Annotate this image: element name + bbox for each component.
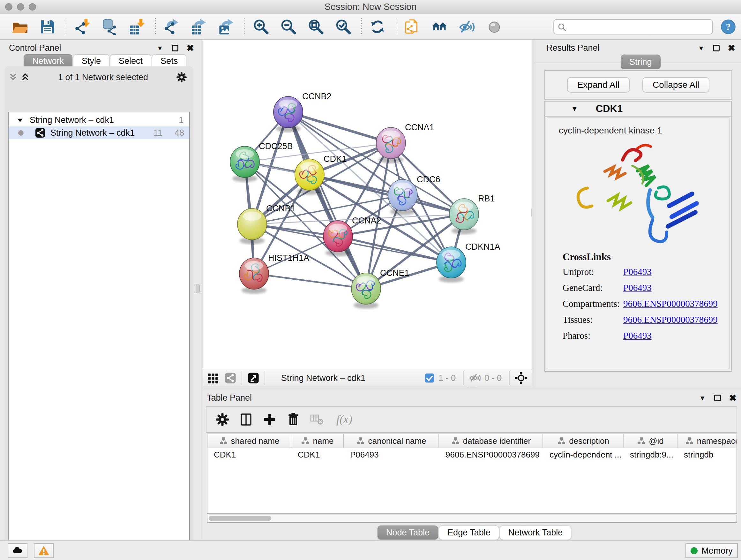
grid-view-icon[interactable] — [206, 371, 220, 385]
crosslink-link[interactable]: P06493 — [623, 283, 652, 293]
help-button[interactable]: ? — [721, 19, 736, 35]
column-header-canonical-name[interactable]: canonical name — [344, 434, 439, 448]
column-header-name[interactable]: name — [291, 434, 344, 448]
node-label-CCNA1: CCNA1 — [405, 123, 434, 132]
column-header-shared-name[interactable]: shared name — [207, 434, 291, 448]
control-panel-float-icon[interactable] — [172, 45, 179, 51]
export-image-button[interactable] — [215, 17, 238, 37]
title-bar: Session: New Session — [0, 0, 741, 14]
table-cell[interactable]: stringdb:9... — [623, 448, 677, 461]
apply-layout-button[interactable] — [366, 17, 389, 37]
memory-button[interactable]: Memory — [685, 543, 738, 558]
column-header-description[interactable]: description — [543, 434, 623, 448]
gene-section: ▼ CDK1 cyclin-dependent kinase 1 — [544, 101, 732, 372]
left-splitter-handle[interactable] — [196, 284, 200, 294]
maximize-window-icon[interactable] — [29, 3, 36, 10]
open-session-button[interactable] — [9, 17, 31, 37]
network-view-icon[interactable] — [224, 371, 237, 385]
export-network-button[interactable] — [160, 17, 183, 37]
table-cell[interactable]: CDK1 — [207, 448, 291, 461]
tab-node-table[interactable]: Node Table — [378, 525, 438, 540]
tab-network-table[interactable]: Network Table — [500, 525, 571, 540]
search-input[interactable] — [553, 19, 713, 35]
results-panel-close-icon[interactable]: ✖ — [728, 43, 735, 53]
column-header-database-identifier[interactable]: database identifier — [439, 434, 543, 448]
edge-CCNB2-CCNA1[interactable] — [288, 112, 391, 143]
network-options-gear-icon[interactable] — [176, 71, 188, 83]
show-all-button[interactable] — [483, 17, 506, 37]
node-RB1[interactable]: RB1 — [449, 194, 495, 234]
network-collection-row[interactable]: String Network – cdk1 1 — [9, 114, 189, 126]
warning-button[interactable] — [34, 543, 54, 558]
node-CDKN1A[interactable]: CDKN1A — [436, 242, 500, 283]
collapse-all-networks-icon[interactable] — [8, 72, 18, 83]
node-CCNE1[interactable]: CCNE1 — [351, 268, 409, 309]
table-cell[interactable]: P06493 — [344, 448, 439, 461]
tab-select[interactable]: Select — [110, 54, 151, 68]
zoom-in-button[interactable] — [250, 17, 272, 37]
show-columns-icon[interactable] — [239, 412, 254, 427]
scrollbar-thumb[interactable] — [209, 516, 271, 521]
crosslink-link[interactable]: 9606.ENSP00000378699 — [623, 314, 718, 325]
table-panel-float-icon[interactable] — [714, 395, 721, 401]
node-HIST1H1A[interactable]: HIST1H1A — [239, 253, 309, 294]
crosslink-link[interactable]: P06493 — [623, 330, 652, 341]
save-session-button[interactable] — [37, 17, 59, 37]
node-table[interactable]: shared namenamecanonical namedatabase id… — [207, 434, 737, 514]
table-options-gear-icon[interactable] — [215, 412, 230, 427]
gene-section-header[interactable]: ▼ CDK1 — [545, 102, 731, 117]
open-in-new-window-icon[interactable] — [247, 371, 260, 385]
table-cell[interactable]: stringdb — [677, 448, 737, 461]
tab-style[interactable]: Style — [73, 54, 110, 68]
minimize-window-icon[interactable] — [17, 3, 24, 10]
collapse-all-button[interactable]: Collapse All — [643, 77, 710, 92]
table-cell[interactable]: CDK1 — [291, 448, 344, 461]
crosslink-link[interactable]: 9606.ENSP00000378699 — [623, 299, 718, 309]
import-network-database-button[interactable] — [98, 17, 121, 37]
column-header-id[interactable]: @id — [623, 434, 677, 448]
collection-expand-icon[interactable] — [16, 116, 24, 125]
graphics-details-button[interactable] — [428, 17, 451, 37]
zoom-out-button[interactable] — [277, 17, 299, 37]
crosslink-link[interactable]: P06493 — [623, 266, 652, 277]
edge-HIST1H1A-CCNE1[interactable] — [254, 273, 366, 289]
node-CDC6[interactable]: CDC6 — [388, 175, 441, 215]
network-row-selected[interactable]: String Network – cdk1 11 48 — [9, 126, 189, 139]
network-view-canvas[interactable]: CCNB2 CCNA1 CDC25B CDK1 CDC6 RB1 CCNB1 — [203, 40, 532, 369]
table-panel-close-icon[interactable]: ✖ — [729, 393, 737, 403]
clone-network-button[interactable] — [401, 17, 423, 37]
cloud-button[interactable] — [8, 543, 27, 558]
import-network-file-button[interactable] — [71, 17, 93, 37]
close-window-icon[interactable] — [5, 3, 12, 10]
column-header-label: description — [569, 436, 609, 446]
tab-network[interactable]: Network — [23, 54, 72, 68]
tab-string[interactable]: String — [621, 55, 661, 69]
tab-edge-table[interactable]: Edge Table — [439, 525, 499, 540]
zoom-fit-button[interactable] — [305, 17, 327, 37]
node-CDK1[interactable]: CDK1 — [295, 154, 347, 195]
table-cell[interactable]: 9606.ENSP00000378699 — [439, 448, 543, 461]
table-cell[interactable]: cyclin-dependent ... — [543, 448, 623, 461]
zoom-selected-button[interactable] — [332, 17, 354, 37]
column-header-namespace[interactable]: namespace — [677, 434, 737, 448]
gene-collapse-icon[interactable]: ▼ — [571, 105, 578, 113]
expand-all-button[interactable]: Expand All — [567, 77, 630, 92]
birds-eye-view-icon[interactable] — [515, 371, 528, 385]
export-table-button[interactable] — [188, 17, 210, 37]
window-controls[interactable] — [5, 3, 36, 10]
table-panel-menu-icon[interactable]: ▼ — [699, 394, 706, 402]
expand-all-networks-icon[interactable] — [20, 72, 30, 83]
tab-sets[interactable]: Sets — [152, 54, 186, 68]
results-panel-menu-icon[interactable]: ▼ — [698, 44, 704, 52]
control-panel-menu-icon[interactable]: ▼ — [157, 44, 163, 52]
results-panel-float-icon[interactable] — [713, 45, 720, 51]
node-CCNB1[interactable]: CCNB1 — [238, 204, 295, 244]
table-horizontal-scrollbar[interactable] — [207, 515, 737, 523]
hide-selected-button[interactable] — [456, 17, 478, 37]
network-selection-summary: 1 of 1 Network selected — [30, 72, 176, 82]
selected-checkbox-icon[interactable] — [424, 372, 435, 384]
control-panel-close-icon[interactable]: ✖ — [187, 43, 194, 53]
delete-column-icon[interactable] — [286, 412, 301, 427]
add-column-icon[interactable] — [262, 412, 277, 427]
import-table-button[interactable] — [126, 17, 148, 37]
